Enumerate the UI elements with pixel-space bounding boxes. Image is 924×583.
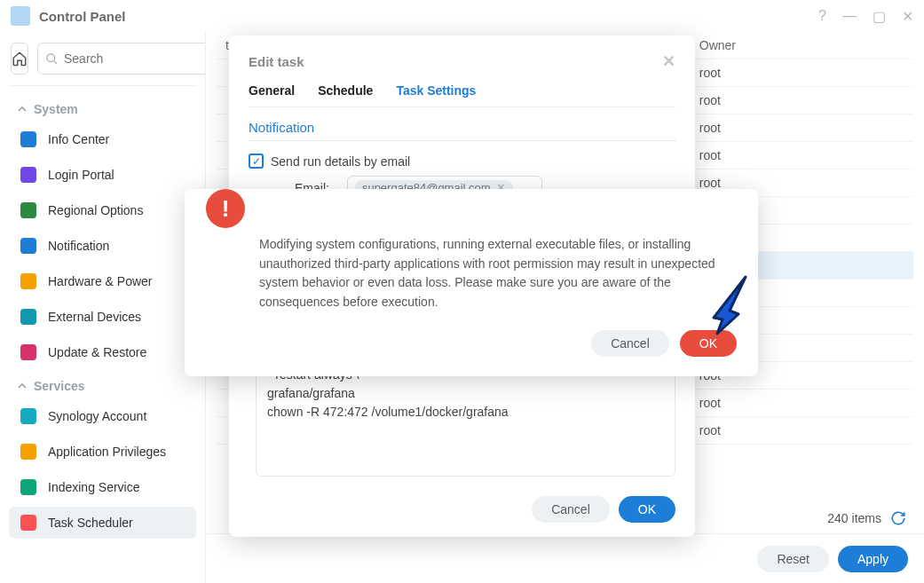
cell-owner: root — [691, 114, 913, 142]
confirm-ok-button[interactable]: OK — [680, 330, 737, 357]
search-box[interactable] — [37, 43, 206, 75]
sidebar-item-label: Indexing Service — [48, 480, 140, 494]
sidebar-item-external[interactable]: External Devices — [9, 301, 196, 333]
sidebar-item-label: Synology Account — [48, 409, 146, 423]
sidebar-item-update[interactable]: Update & Restore — [9, 336, 196, 368]
modal-title: Edit task — [249, 54, 304, 69]
window-title: Control Panel — [39, 9, 818, 24]
sidebar-item-label: Application Privileges — [48, 445, 166, 459]
navgroup-system[interactable]: System — [9, 95, 196, 120]
confirm-cancel-button[interactable]: Cancel — [591, 330, 669, 357]
sidebar-item-label: Task Scheduler — [48, 516, 133, 530]
sidebar: System Info Center Login Portal Regional… — [0, 32, 206, 583]
sidebar-item-task-scheduler[interactable]: Task Scheduler — [9, 507, 196, 539]
lock-icon — [20, 444, 36, 460]
refresh-icon — [20, 344, 36, 360]
sidebar-item-label: Hardware & Power — [48, 274, 153, 288]
chat-icon — [20, 238, 36, 254]
cell-owner: root — [691, 390, 913, 417]
edit-cancel-button[interactable]: Cancel — [532, 496, 610, 523]
navgroup-services[interactable]: Services — [9, 372, 196, 397]
minimize-icon[interactable]: ― — [842, 8, 857, 24]
sidebar-item-hardware[interactable]: Hardware & Power — [9, 265, 196, 297]
sidebar-item-login-portal[interactable]: Login Portal — [9, 159, 196, 191]
tab-general[interactable]: General — [249, 83, 295, 98]
sidebar-item-label: Notification — [48, 239, 109, 253]
script-line: chown -R 472:472 /volume1/docker/grafana — [267, 403, 664, 421]
section-notification: Notification — [249, 107, 675, 141]
chevron-up-icon — [18, 382, 27, 390]
cell-owner: root — [691, 142, 913, 169]
sidebar-item-label: Login Portal — [48, 168, 115, 182]
svg-point-0 — [47, 53, 55, 61]
apply-button[interactable]: Apply — [838, 546, 908, 572]
item-count: 240 items — [827, 511, 881, 525]
home-button[interactable] — [11, 43, 28, 75]
reset-button[interactable]: Reset — [757, 546, 829, 572]
sidebar-item-notification[interactable]: Notification — [9, 230, 196, 262]
sidebar-item-regional[interactable]: Regional Options — [9, 194, 196, 226]
close-icon[interactable]: ✕ — [662, 51, 675, 71]
home-icon — [12, 51, 28, 67]
app-icon — [11, 6, 30, 26]
col-owner[interactable]: Owner — [691, 32, 913, 59]
index-icon — [20, 479, 36, 495]
info-icon — [20, 131, 36, 147]
close-window-icon[interactable]: ✕ — [902, 8, 913, 25]
portal-icon — [20, 167, 36, 183]
help-icon[interactable]: ? — [818, 8, 826, 24]
bulb-icon — [20, 273, 36, 289]
globe-icon — [20, 202, 36, 218]
search-icon — [45, 52, 59, 66]
sidebar-item-indexing[interactable]: Indexing Service — [9, 471, 196, 503]
tabs: General Schedule Task Settings — [249, 82, 675, 107]
maximize-icon[interactable]: ▢ — [873, 8, 886, 25]
confirm-modal: ! Modifying system configurations, runni… — [185, 189, 758, 376]
account-icon — [20, 408, 36, 424]
sidebar-item-app-privileges[interactable]: Application Privileges — [9, 436, 196, 468]
sidebar-item-label: Info Center — [48, 132, 109, 146]
reload-icon[interactable] — [890, 510, 906, 526]
cell-owner: root — [691, 417, 913, 445]
navgroup-label: System — [34, 102, 78, 116]
send-email-checkbox[interactable]: ✓ — [249, 154, 264, 169]
device-icon — [20, 309, 36, 325]
main-footer: Reset Apply — [206, 533, 924, 583]
edit-ok-button[interactable]: OK — [619, 496, 675, 523]
tab-task-settings[interactable]: Task Settings — [396, 83, 476, 98]
script-line: grafana/grafana — [267, 384, 664, 403]
tab-schedule[interactable]: Schedule — [318, 83, 373, 98]
titlebar: Control Panel ? ― ▢ ✕ — [0, 0, 924, 32]
confirm-message: Modifying system configurations, running… — [259, 205, 737, 312]
sidebar-item-info-center[interactable]: Info Center — [9, 123, 196, 155]
sidebar-item-label: Update & Restore — [48, 345, 146, 359]
calendar-icon — [20, 515, 36, 531]
cell-owner: root — [691, 59, 913, 87]
search-input[interactable] — [64, 51, 206, 66]
cell-owner: root — [691, 87, 913, 114]
send-email-label: Send run details by email — [271, 154, 410, 169]
chevron-up-icon — [18, 105, 27, 114]
sidebar-item-synology-account[interactable]: Synology Account — [9, 400, 196, 432]
navgroup-label: Services — [34, 379, 85, 393]
sidebar-item-label: Regional Options — [48, 203, 143, 217]
warning-icon: ! — [206, 189, 245, 228]
sidebar-item-label: External Devices — [48, 310, 141, 324]
